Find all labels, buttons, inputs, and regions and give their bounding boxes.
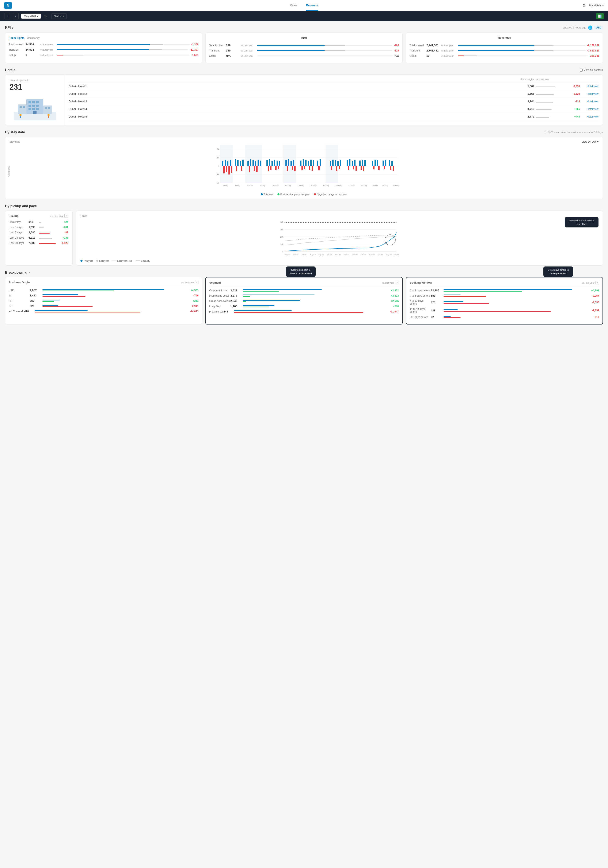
bd-val: 357 bbox=[30, 299, 42, 302]
view-full-portfolio-checkbox[interactable]: View full portfolio bbox=[580, 68, 603, 71]
svg-rect-100 bbox=[287, 166, 288, 170]
svg-rect-5 bbox=[28, 105, 31, 107]
bd-change: +4,501 bbox=[186, 289, 199, 292]
svg-text:22 May: 22 May bbox=[348, 184, 355, 186]
pickup-pace-grid: Pickup vs. Last Year ⤢ Yesterday 348 +24 bbox=[5, 211, 603, 266]
svg-rect-43 bbox=[243, 160, 244, 166]
pickup-pace-title: By pickup and pace bbox=[5, 204, 37, 208]
portfolio-checkbox[interactable] bbox=[580, 68, 583, 71]
kpi-bar-wrap bbox=[57, 55, 190, 56]
bd-val: 3,377 bbox=[230, 294, 243, 297]
stay-date-info-text: ⓘ You can select a maximum amount of 10 … bbox=[548, 130, 603, 134]
excel-export-button[interactable]: 📊 bbox=[596, 13, 604, 19]
svg-rect-70 bbox=[335, 160, 336, 166]
svg-rect-13 bbox=[20, 106, 22, 108]
bd-more-link[interactable]: ▶ 151 more bbox=[9, 310, 22, 313]
bd-val: 1,105 bbox=[230, 305, 243, 308]
chart-legend: This year Positive change vs. last year … bbox=[9, 193, 599, 195]
nav-tab-rates[interactable]: Rates bbox=[290, 0, 298, 11]
bd-bar-red bbox=[443, 296, 487, 297]
breakdown-gear-icon[interactable]: ⚙ bbox=[25, 271, 28, 274]
kpi-vs-label: vs Last year bbox=[441, 44, 456, 46]
hotels-inner: Hotels in portfolio 231 bbox=[5, 75, 603, 125]
svg-rect-48 bbox=[258, 160, 259, 166]
hotel-change: -3,336 bbox=[563, 85, 580, 88]
prev-period-button[interactable]: ‹ bbox=[4, 13, 10, 19]
hotel-view-link[interactable]: Hotel view bbox=[582, 92, 599, 95]
hotel-value: 3,719 bbox=[509, 107, 534, 110]
bd-val: 2,418 bbox=[22, 310, 35, 313]
bd-bars bbox=[243, 305, 386, 307]
bd-val: 1,443 bbox=[30, 294, 42, 297]
kpi-card-title-revenues: Revenues bbox=[409, 36, 599, 41]
my-hotels-dropdown[interactable]: My Hotels ▾ bbox=[589, 4, 604, 7]
kpi-vs-label: vs Last year bbox=[441, 50, 456, 52]
svg-rect-9 bbox=[32, 108, 35, 110]
bd-bar-green bbox=[443, 291, 522, 291]
svg-text:Aug '19: Aug '19 bbox=[310, 254, 316, 256]
kpi-vs-label: vs Last year bbox=[40, 54, 55, 56]
settings-icon[interactable]: ⚙ bbox=[582, 3, 586, 8]
pickup-val: 348 bbox=[28, 220, 39, 223]
svg-text:30 May: 30 May bbox=[393, 184, 399, 186]
hotels-section-title: Hotels bbox=[5, 68, 16, 72]
hotel-bars bbox=[536, 100, 561, 102]
svg-rect-14 bbox=[23, 106, 25, 108]
bd-label: 14 to 49 days before bbox=[410, 307, 431, 313]
pickup-bar-blue bbox=[39, 237, 53, 237]
svg-text:16 May: 16 May bbox=[310, 184, 317, 186]
hotel-view-link[interactable]: Hotel view bbox=[582, 108, 599, 110]
hotel-bar-last-year bbox=[536, 94, 554, 95]
expand-icon[interactable]: ⤢ bbox=[194, 281, 199, 284]
hotel-view-link[interactable]: Hotel view bbox=[582, 85, 599, 88]
svg-text:Jun '20: Jun '20 bbox=[393, 254, 399, 256]
hotel-bar-this-year bbox=[536, 93, 548, 93]
bd-change: +4,998 bbox=[586, 289, 599, 292]
bd-bar-green bbox=[243, 296, 250, 297]
kpi-grid: Room Nights Occupancy Total booked 14,50… bbox=[5, 33, 603, 63]
bd-bar-blue bbox=[35, 310, 88, 311]
svg-rect-35 bbox=[325, 145, 338, 183]
nav-tab-revenue[interactable]: Revenue bbox=[306, 0, 318, 11]
svg-rect-16 bbox=[45, 107, 47, 109]
date-selector-button[interactable]: May 2020 ▾ bbox=[21, 14, 41, 19]
kpi-tab-occupancy[interactable]: Occupancy bbox=[27, 36, 40, 40]
hotels-section: Hotels View full portfolio Hotels in por… bbox=[5, 68, 603, 126]
breakdown-grid: Business Origin vs. last year ⤢ UAE 9,95… bbox=[5, 277, 603, 324]
legend-dash bbox=[112, 260, 117, 261]
svg-rect-91 bbox=[236, 166, 237, 171]
currency-badge[interactable]: USD bbox=[594, 26, 603, 29]
pickup-pace-header: By pickup and pace bbox=[5, 204, 603, 208]
kpi-vs-label: vs Last year bbox=[241, 50, 255, 52]
svg-rect-66 bbox=[317, 161, 318, 166]
kpi-label: Group bbox=[409, 54, 426, 57]
view-by-dropdown[interactable]: View by: Day ▾ bbox=[582, 140, 599, 143]
compare-selector-button[interactable]: SWLY ▾ bbox=[51, 14, 67, 19]
hotel-value: 1,609 bbox=[509, 85, 534, 88]
kpi-row-group-rn: Group 0 vs Last year -1,621 bbox=[9, 53, 199, 57]
expand-icon[interactable]: ⤢ bbox=[596, 281, 599, 284]
breakdown-card-booking-window: Booking Window vs. last year ⤢ 0 to 3 da… bbox=[406, 277, 603, 324]
svg-rect-51 bbox=[269, 159, 270, 166]
svg-text:Mar '20: Mar '20 bbox=[369, 254, 375, 256]
kpi-section-title: KPI's bbox=[5, 26, 13, 29]
kpi-tab-room-nights[interactable]: Room Nights bbox=[9, 36, 25, 40]
hotel-view-link[interactable]: Hotel view bbox=[582, 115, 599, 118]
bd-more-link[interactable]: ▶ 12 more bbox=[209, 310, 221, 313]
svg-text:-1k: -1k bbox=[216, 174, 219, 176]
bd-bar-blue bbox=[243, 305, 274, 306]
svg-rect-97 bbox=[270, 166, 272, 170]
hotel-change: -218 bbox=[563, 100, 580, 103]
svg-text:10 May: 10 May bbox=[272, 184, 279, 186]
svg-rect-93 bbox=[249, 166, 250, 172]
kpi-bar-wrap bbox=[57, 50, 188, 50]
svg-rect-2 bbox=[28, 101, 31, 103]
bd-bars bbox=[234, 310, 386, 313]
expand-icon[interactable]: ⤢ bbox=[395, 281, 399, 284]
hotel-view-link[interactable]: Hotel view bbox=[582, 100, 599, 103]
expand-icon[interactable]: ⤢ bbox=[64, 214, 68, 218]
next-period-button[interactable]: › bbox=[12, 13, 19, 19]
segment-annotation-bubble: Segments begin to show a positive trend bbox=[286, 267, 316, 277]
bd-bar-green bbox=[243, 307, 269, 307]
pickup-bar-blue bbox=[39, 221, 41, 222]
